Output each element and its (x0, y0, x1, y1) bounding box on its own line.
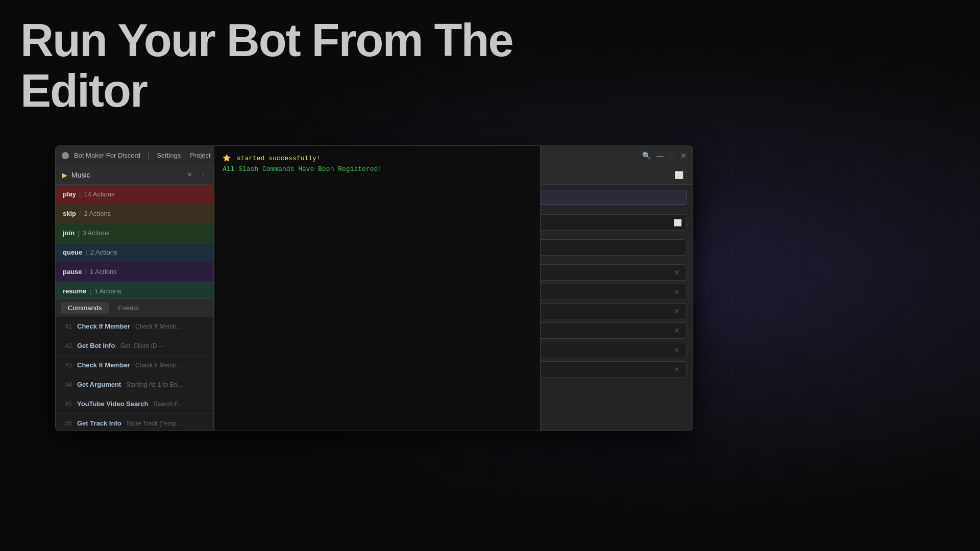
command-name-resume: resume (63, 287, 86, 295)
tab-events[interactable]: Events (111, 302, 145, 314)
window-circle (62, 152, 69, 159)
command-name-join: join (63, 229, 75, 237)
command-actions-queue: 2 Actions (90, 248, 117, 256)
file-header: ▶ Music ✕ ↑ (56, 165, 213, 185)
tab-commands[interactable]: Commands (61, 302, 109, 314)
action-name: Get Bot Info (77, 342, 115, 349)
action-num: #3 (61, 362, 72, 369)
command-actions-join: 3 Actions (83, 229, 110, 237)
action-num: #6 (61, 420, 72, 427)
action-item[interactable]: #2 Get Bot Info Get: Client ID — (56, 336, 213, 356)
maximize-icon[interactable]: □ (670, 152, 674, 160)
command-name-skip: skip (63, 210, 76, 217)
close-tab-btn[interactable]: ✕ (184, 170, 195, 180)
command-item-pause[interactable]: pause | 1 Actions (56, 262, 213, 282)
folder-name: Music (71, 171, 180, 179)
command-item-join[interactable]: join | 3 Actions (56, 223, 213, 243)
action-desc: Check If Memb... (135, 362, 182, 369)
command-name-queue: queue (63, 248, 82, 256)
action-name: Check If Member (77, 322, 130, 330)
action-item[interactable]: #5 YouTube Video Search Search F... (56, 394, 213, 414)
command-actions-pause: 1 Actions (90, 268, 117, 276)
command-list: play | 14 Actions skip | 2 Actions join … (56, 185, 213, 298)
action-item[interactable]: #6 Get Track Info Store Track [Temp... (56, 414, 213, 431)
app-name: Bot Maker For Discord (74, 152, 140, 159)
option-close-btn[interactable]: ✕ (672, 325, 682, 336)
action-name: Check If Member (77, 361, 130, 369)
action-name: YouTube Video Search (77, 400, 148, 408)
terminal-output: ⭐ started successfully! All Slash Comman… (214, 146, 540, 181)
command-item-play[interactable]: play | 14 Actions (56, 185, 213, 204)
command-name-play: play (63, 190, 76, 198)
action-desc: Get: Client ID — (120, 342, 164, 349)
star-icon: ⭐ (223, 155, 231, 162)
window-controls: 🔍 — □ ✕ (642, 152, 687, 160)
export-icon[interactable]: ⬜ (672, 170, 687, 180)
command-item-resume[interactable]: resume | 1 Actions (56, 282, 213, 298)
action-desc: Search F... (153, 400, 182, 408)
app-body: ▶ Music ✕ ↑ play | 14 Actions skip | 2 A… (56, 165, 693, 431)
option-close-btn[interactable]: ✕ (672, 345, 682, 355)
input-icon: ⬜ (674, 219, 682, 227)
bottom-tabs: Commands Events (56, 298, 213, 317)
action-item[interactable]: #3 Check If Member Check If Memb... (56, 356, 213, 375)
command-item-queue[interactable]: queue | 2 Actions (56, 243, 213, 262)
action-desc: Starting At: 1 to En... (126, 381, 182, 388)
terminal-line-1: started successfully! (237, 155, 321, 162)
option-close-btn[interactable]: ✕ (672, 267, 682, 278)
command-item-skip[interactable]: skip | 2 Actions (56, 204, 213, 223)
app-window: Bot Maker For Discord | Settings Project… (55, 145, 693, 431)
command-actions-resume: 1 Actions (94, 287, 121, 295)
command-actions-play: 14 Actions (84, 190, 114, 198)
action-num: #4 (61, 381, 72, 388)
terminal-panel: ⭐ started successfully! All Slash Comman… (214, 146, 541, 431)
action-name: Get Track Info (77, 419, 121, 427)
command-name-pause: pause (63, 268, 82, 276)
action-item[interactable]: #1 Check If Member Check If Memb... (56, 317, 213, 336)
option-close-btn[interactable]: ✕ (672, 306, 682, 316)
action-desc: Check If Memb... (135, 323, 182, 330)
folder-icon: ▶ (62, 171, 67, 179)
terminal-line-2: All Slash Commands Have Been Registered! (223, 165, 382, 173)
action-num: #5 (61, 400, 72, 408)
actions-list: #1 Check If Member Check If Memb... #2 G… (56, 317, 213, 431)
menu-project[interactable]: Project (186, 151, 214, 160)
close-icon[interactable]: ✕ (680, 152, 687, 160)
action-num: #1 (61, 323, 72, 330)
pin-tab-btn[interactable]: ↑ (199, 170, 208, 180)
option-close-btn[interactable]: ✕ (672, 364, 682, 374)
command-actions-skip: 2 Actions (84, 210, 111, 217)
search-icon[interactable]: 🔍 (642, 152, 651, 160)
action-item[interactable]: #4 Get Argument Starting At: 1 to En... (56, 375, 213, 394)
action-name: Get Argument (77, 381, 121, 388)
hero-title: Run Your Bot From The Editor (20, 15, 513, 116)
left-panel: ▶ Music ✕ ↑ play | 14 Actions skip | 2 A… (56, 165, 214, 431)
minimize-icon[interactable]: — (657, 152, 664, 160)
option-close-btn[interactable]: ✕ (672, 287, 682, 297)
action-num: #2 (61, 342, 72, 349)
action-desc: Store Track [Temp... (127, 420, 181, 427)
menu-settings[interactable]: Settings (153, 151, 185, 160)
